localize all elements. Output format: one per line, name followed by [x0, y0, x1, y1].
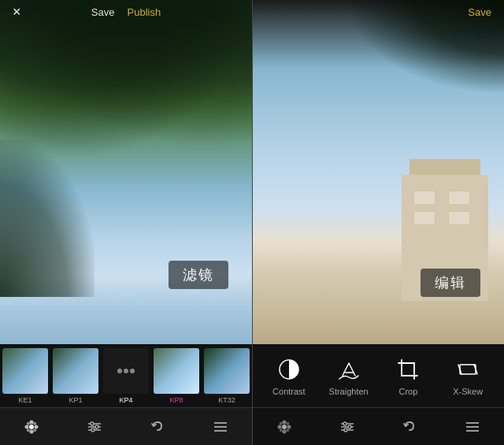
right-undo-icon[interactable] — [395, 413, 424, 441]
filter-ke1-label: KE1 — [18, 396, 32, 404]
filter-kp4-label: KP4 — [119, 396, 132, 404]
filter-strip: KE1 KP1 KP4 KP8 — [0, 344, 252, 407]
filter-kp1-label: KP1 — [69, 396, 82, 404]
straighten-icon — [335, 355, 363, 384]
window-4 — [448, 211, 470, 225]
right-panel: Save 编辑 Contrast — [253, 0, 504, 445]
filter-kp8-label: KP8 — [169, 396, 183, 404]
svg-point-15 — [91, 422, 94, 425]
left-adjust-icon[interactable] — [80, 413, 109, 441]
svg-point-33 — [286, 428, 289, 432]
building-top — [410, 159, 480, 175]
svg-point-0 — [117, 369, 122, 373]
filter-kt32-label: KT32 — [218, 396, 235, 404]
crop-icon — [394, 355, 422, 384]
save-button[interactable]: Save — [91, 6, 115, 18]
svg-point-2 — [130, 369, 135, 373]
right-adjust-icon[interactable] — [333, 413, 361, 441]
svg-point-17 — [91, 428, 94, 432]
svg-point-29 — [287, 425, 291, 428]
filter-kp1[interactable]: KP1 — [50, 347, 101, 404]
svg-point-27 — [282, 429, 286, 433]
contrast-label: Contrast — [272, 387, 306, 396]
svg-point-7 — [35, 425, 39, 428]
left-menu-icon[interactable] — [206, 413, 235, 441]
svg-point-39 — [344, 428, 347, 432]
publish-button[interactable]: Publish — [128, 6, 161, 18]
svg-point-32 — [280, 428, 283, 432]
crop-label: Crop — [398, 387, 417, 396]
edit-label: 编辑 — [421, 269, 480, 297]
filter-kt32-thumb — [204, 348, 250, 394]
xskew-label: X-Skew — [453, 387, 483, 396]
contrast-tool[interactable]: Contrast — [261, 355, 317, 396]
window-3 — [413, 211, 435, 225]
building-windows — [413, 191, 476, 225]
filter-kp4[interactable]: KP4 — [101, 347, 151, 404]
svg-point-30 — [280, 421, 283, 425]
right-save-button[interactable]: Save — [468, 6, 491, 18]
filter-kp1-thumb — [53, 348, 98, 394]
svg-point-4 — [30, 420, 34, 424]
svg-point-11 — [33, 428, 36, 432]
svg-point-3 — [29, 425, 34, 429]
filter-ke1-thumb — [2, 348, 48, 394]
right-top-bar: Save — [253, 0, 504, 24]
filter-label: 滤镜 — [169, 261, 228, 289]
left-top-bar: × Save Publish — [0, 0, 252, 24]
svg-point-16 — [95, 425, 98, 428]
crop-tool[interactable]: Crop — [380, 355, 435, 396]
edit-tools-strip: Contrast Straighten Crop — [253, 344, 504, 407]
right-image: Save 编辑 — [253, 0, 504, 344]
left-image: × Save Publish 滤镜 — [0, 0, 252, 344]
left-filter-icon[interactable] — [17, 413, 46, 441]
svg-point-26 — [282, 420, 286, 424]
svg-point-8 — [27, 421, 30, 425]
tree-overlay-left — [0, 139, 94, 297]
svg-point-9 — [33, 421, 36, 425]
svg-point-6 — [25, 425, 29, 428]
right-filter-icon[interactable] — [270, 413, 298, 441]
left-undo-icon[interactable] — [143, 413, 172, 441]
svg-point-5 — [30, 429, 34, 433]
svg-point-28 — [277, 425, 281, 428]
svg-point-10 — [27, 428, 30, 432]
filter-kp8-thumb — [154, 348, 199, 394]
svg-point-25 — [282, 425, 287, 429]
window-1 — [413, 191, 435, 205]
left-panel: × Save Publish 滤镜 KE1 KP1 — [0, 0, 252, 445]
svg-point-37 — [343, 422, 346, 425]
top-actions: Save Publish — [91, 6, 161, 18]
filter-kp4-dots — [103, 348, 149, 394]
filter-ke1[interactable]: KE1 — [0, 347, 50, 404]
filter-kt32[interactable]: KT32 — [202, 347, 252, 404]
svg-point-31 — [286, 421, 289, 425]
left-bottom-toolbar — [0, 407, 252, 445]
xskew-tool[interactable]: X-Skew — [440, 355, 495, 396]
svg-point-1 — [124, 369, 128, 373]
filter-kp8[interactable]: KP8 — [151, 347, 202, 404]
svg-point-38 — [348, 425, 351, 428]
right-menu-icon[interactable] — [458, 413, 487, 441]
svg-rect-22 — [460, 365, 476, 374]
close-button[interactable]: × — [13, 4, 21, 20]
straighten-label: Straighten — [329, 387, 369, 396]
contrast-icon — [275, 355, 303, 384]
window-2 — [448, 191, 470, 205]
straighten-tool[interactable]: Straighten — [321, 355, 376, 396]
right-bottom-toolbar — [253, 407, 504, 445]
xskew-icon — [454, 355, 482, 384]
